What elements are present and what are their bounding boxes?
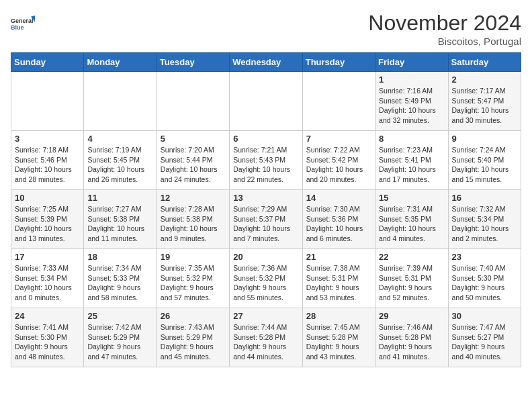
day-number: 1	[379, 75, 444, 85]
calendar-cell: 28Sunrise: 7:45 AM Sunset: 5:28 PM Dayli…	[302, 308, 375, 367]
day-info: Sunrise: 7:24 AM Sunset: 5:40 PM Dayligh…	[452, 145, 517, 185]
day-info: Sunrise: 7:35 AM Sunset: 5:32 PM Dayligh…	[161, 263, 226, 303]
day-info: Sunrise: 7:46 AM Sunset: 5:28 PM Dayligh…	[379, 322, 444, 362]
week-row-1: 1Sunrise: 7:16 AM Sunset: 5:49 PM Daylig…	[11, 72, 521, 131]
calendar-cell: 18Sunrise: 7:34 AM Sunset: 5:33 PM Dayli…	[84, 249, 157, 308]
calendar-cell: 22Sunrise: 7:39 AM Sunset: 5:31 PM Dayli…	[375, 249, 448, 308]
calendar-cell	[302, 72, 375, 131]
weekday-header-row: SundayMondayTuesdayWednesdayThursdayFrid…	[11, 53, 521, 72]
day-number: 11	[87, 193, 152, 203]
day-number: 25	[87, 311, 152, 321]
day-number: 21	[306, 252, 371, 262]
day-number: 16	[452, 193, 517, 203]
day-info: Sunrise: 7:36 AM Sunset: 5:32 PM Dayligh…	[233, 263, 298, 303]
calendar-cell	[230, 72, 302, 131]
day-number: 9	[452, 134, 517, 144]
day-info: Sunrise: 7:17 AM Sunset: 5:47 PM Dayligh…	[452, 86, 517, 126]
day-number: 6	[233, 134, 298, 144]
day-number: 10	[15, 193, 80, 203]
page-header: General Blue November 2024 Biscoitos, Po…	[11, 11, 521, 47]
day-number: 13	[233, 193, 298, 203]
calendar-cell: 2Sunrise: 7:17 AM Sunset: 5:47 PM Daylig…	[448, 72, 521, 131]
title-area: November 2024 Biscoitos, Portugal	[368, 11, 521, 47]
day-info: Sunrise: 7:30 AM Sunset: 5:36 PM Dayligh…	[306, 204, 371, 244]
day-number: 14	[306, 193, 371, 203]
day-number: 5	[161, 134, 226, 144]
logo: General Blue	[11, 11, 35, 35]
day-info: Sunrise: 7:28 AM Sunset: 5:38 PM Dayligh…	[161, 204, 226, 244]
calendar-cell: 8Sunrise: 7:23 AM Sunset: 5:41 PM Daylig…	[375, 131, 448, 190]
day-info: Sunrise: 7:21 AM Sunset: 5:43 PM Dayligh…	[233, 145, 298, 185]
calendar-cell: 4Sunrise: 7:19 AM Sunset: 5:45 PM Daylig…	[84, 131, 157, 190]
day-info: Sunrise: 7:23 AM Sunset: 5:41 PM Dayligh…	[379, 145, 444, 185]
calendar-cell: 17Sunrise: 7:33 AM Sunset: 5:34 PM Dayli…	[11, 249, 84, 308]
calendar-cell: 5Sunrise: 7:20 AM Sunset: 5:44 PM Daylig…	[157, 131, 229, 190]
day-info: Sunrise: 7:32 AM Sunset: 5:34 PM Dayligh…	[452, 204, 517, 244]
day-info: Sunrise: 7:44 AM Sunset: 5:28 PM Dayligh…	[233, 322, 298, 362]
day-number: 7	[306, 134, 371, 144]
day-info: Sunrise: 7:45 AM Sunset: 5:28 PM Dayligh…	[306, 322, 371, 362]
day-info: Sunrise: 7:43 AM Sunset: 5:29 PM Dayligh…	[161, 322, 226, 362]
calendar-cell: 7Sunrise: 7:22 AM Sunset: 5:42 PM Daylig…	[302, 131, 375, 190]
day-number: 12	[161, 193, 226, 203]
day-info: Sunrise: 7:39 AM Sunset: 5:31 PM Dayligh…	[379, 263, 444, 303]
calendar-cell	[157, 72, 229, 131]
day-info: Sunrise: 7:16 AM Sunset: 5:49 PM Dayligh…	[379, 86, 444, 126]
day-info: Sunrise: 7:25 AM Sunset: 5:39 PM Dayligh…	[15, 204, 80, 244]
weekday-header-saturday: Saturday	[448, 53, 521, 72]
weekday-header-friday: Friday	[375, 53, 448, 72]
calendar-cell: 1Sunrise: 7:16 AM Sunset: 5:49 PM Daylig…	[375, 72, 448, 131]
calendar-cell: 27Sunrise: 7:44 AM Sunset: 5:28 PM Dayli…	[230, 308, 302, 367]
weekday-header-thursday: Thursday	[302, 53, 375, 72]
calendar-cell	[84, 72, 157, 131]
calendar-cell: 12Sunrise: 7:28 AM Sunset: 5:38 PM Dayli…	[157, 190, 229, 249]
day-info: Sunrise: 7:33 AM Sunset: 5:34 PM Dayligh…	[15, 263, 80, 303]
day-info: Sunrise: 7:40 AM Sunset: 5:30 PM Dayligh…	[452, 263, 517, 303]
day-info: Sunrise: 7:22 AM Sunset: 5:42 PM Dayligh…	[306, 145, 371, 185]
calendar-cell: 29Sunrise: 7:46 AM Sunset: 5:28 PM Dayli…	[375, 308, 448, 367]
day-number: 8	[379, 134, 444, 144]
calendar-cell	[11, 72, 84, 131]
day-number: 18	[87, 252, 152, 262]
day-number: 26	[161, 311, 226, 321]
day-number: 28	[306, 311, 371, 321]
day-number: 15	[379, 193, 444, 203]
weekday-header-wednesday: Wednesday	[230, 53, 302, 72]
day-number: 19	[161, 252, 226, 262]
calendar-cell: 20Sunrise: 7:36 AM Sunset: 5:32 PM Dayli…	[230, 249, 302, 308]
day-number: 29	[379, 311, 444, 321]
week-row-5: 24Sunrise: 7:41 AM Sunset: 5:30 PM Dayli…	[11, 308, 521, 367]
calendar-cell: 16Sunrise: 7:32 AM Sunset: 5:34 PM Dayli…	[448, 190, 521, 249]
svg-text:Blue: Blue	[11, 24, 24, 31]
calendar-cell: 11Sunrise: 7:27 AM Sunset: 5:38 PM Dayli…	[84, 190, 157, 249]
calendar-cell: 14Sunrise: 7:30 AM Sunset: 5:36 PM Dayli…	[302, 190, 375, 249]
month-title: November 2024	[368, 11, 521, 36]
calendar-cell: 30Sunrise: 7:47 AM Sunset: 5:27 PM Dayli…	[448, 308, 521, 367]
day-number: 3	[15, 134, 80, 144]
calendar-cell: 10Sunrise: 7:25 AM Sunset: 5:39 PM Dayli…	[11, 190, 84, 249]
calendar-table: SundayMondayTuesdayWednesdayThursdayFrid…	[11, 52, 521, 367]
calendar-cell: 21Sunrise: 7:38 AM Sunset: 5:31 PM Dayli…	[302, 249, 375, 308]
calendar-cell: 3Sunrise: 7:18 AM Sunset: 5:46 PM Daylig…	[11, 131, 84, 190]
location-subtitle: Biscoitos, Portugal	[368, 36, 521, 47]
day-number: 4	[87, 134, 152, 144]
calendar-cell: 9Sunrise: 7:24 AM Sunset: 5:40 PM Daylig…	[448, 131, 521, 190]
day-number: 30	[452, 311, 517, 321]
day-info: Sunrise: 7:29 AM Sunset: 5:37 PM Dayligh…	[233, 204, 298, 244]
logo-bird-icon: General Blue	[11, 11, 35, 35]
day-info: Sunrise: 7:20 AM Sunset: 5:44 PM Dayligh…	[161, 145, 226, 185]
calendar-cell: 23Sunrise: 7:40 AM Sunset: 5:30 PM Dayli…	[448, 249, 521, 308]
weekday-header-sunday: Sunday	[11, 53, 84, 72]
week-row-4: 17Sunrise: 7:33 AM Sunset: 5:34 PM Dayli…	[11, 249, 521, 308]
day-info: Sunrise: 7:41 AM Sunset: 5:30 PM Dayligh…	[15, 322, 80, 362]
calendar-cell: 25Sunrise: 7:42 AM Sunset: 5:29 PM Dayli…	[84, 308, 157, 367]
day-info: Sunrise: 7:34 AM Sunset: 5:33 PM Dayligh…	[87, 263, 152, 303]
calendar-cell: 24Sunrise: 7:41 AM Sunset: 5:30 PM Dayli…	[11, 308, 84, 367]
calendar-cell: 6Sunrise: 7:21 AM Sunset: 5:43 PM Daylig…	[230, 131, 302, 190]
day-info: Sunrise: 7:47 AM Sunset: 5:27 PM Dayligh…	[452, 322, 517, 362]
day-number: 17	[15, 252, 80, 262]
calendar-cell: 13Sunrise: 7:29 AM Sunset: 5:37 PM Dayli…	[230, 190, 302, 249]
day-info: Sunrise: 7:42 AM Sunset: 5:29 PM Dayligh…	[87, 322, 152, 362]
day-number: 22	[379, 252, 444, 262]
week-row-3: 10Sunrise: 7:25 AM Sunset: 5:39 PM Dayli…	[11, 190, 521, 249]
